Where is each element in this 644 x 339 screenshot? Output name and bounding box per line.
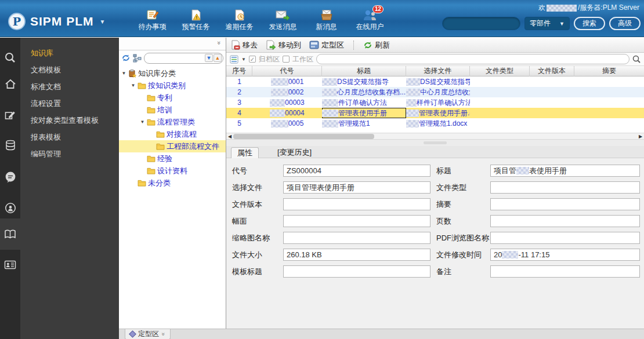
move-to-button[interactable]: 移动到 <box>266 40 301 50</box>
id-card-icon[interactable] <box>0 254 20 275</box>
cell-index[interactable]: 2 <box>226 88 252 96</box>
page-count-field[interactable] <box>490 215 640 227</box>
warning-tasks-button[interactable]: 预警任务 <box>174 9 218 32</box>
cell-title[interactable]: 管理规范1 <box>322 119 406 129</box>
list-view-icon[interactable] <box>230 55 238 64</box>
tree-node-uncategorized[interactable]: 未分类 <box>119 177 226 189</box>
sidebar-item-report-templates[interactable]: 报表模板 <box>20 129 119 145</box>
broadcast-user-icon[interactable] <box>0 198 20 218</box>
table-row[interactable]: 3 00003 件订单确认方法 样件订单确认方法.docx <box>226 97 644 108</box>
search-icon[interactable] <box>632 55 641 63</box>
sipm-search-icon[interactable] <box>0 47 20 68</box>
tree-node-design-data[interactable]: 设计资料 <box>119 165 226 177</box>
file-modified-time-field[interactable]: 20-11 17:15 <box>490 249 640 261</box>
fixed-area-panel-tab[interactable]: 定型区 » <box>125 329 171 339</box>
tree-search-input[interactable]: ▼ ▲ <box>144 53 223 64</box>
panel-splitter[interactable] <box>226 140 644 146</box>
cell-file[interactable]: 管理规范1.docx <box>406 119 470 129</box>
cell-title[interactable]: DS提交规范指导 <box>322 77 406 87</box>
tab-change-history[interactable]: [变更历史] <box>272 147 317 158</box>
tree-node-root[interactable]: ▼ 知识库分类 <box>119 67 226 79</box>
cell-file[interactable]: 管理表使用手册.docx <box>406 108 470 118</box>
search-button[interactable]: 搜索 <box>574 17 605 30</box>
list-view-caret-icon[interactable]: ▼ <box>241 57 246 62</box>
summary-field[interactable] <box>490 198 640 210</box>
caret-down-icon[interactable]: ▼ <box>140 119 145 125</box>
thumbnail-name-field[interactable] <box>283 232 430 244</box>
caret-down-icon[interactable]: ▼ <box>131 83 136 88</box>
expand-panel-icon[interactable]: » <box>160 333 167 336</box>
online-users-button[interactable]: 在线用户 12 <box>348 9 392 32</box>
global-search-input[interactable] <box>442 17 520 30</box>
pdf-preview-name-field[interactable] <box>490 232 640 244</box>
sidebar-item-standard-documents[interactable]: 标准文档 <box>20 78 119 95</box>
cell-file[interactable]: 中心月度总结收集存档... <box>406 88 470 97</box>
sidebar-item-code-management[interactable]: 编码管理 <box>20 145 119 162</box>
file-size-field[interactable]: 260.18 KB <box>283 249 430 261</box>
new-message-button[interactable]: 新消息 <box>305 9 348 32</box>
tree-node-engineering-process-files[interactable]: 工程部流程文件 <box>119 140 226 152</box>
select-file-field[interactable]: 项目管理表使用手册 <box>283 181 430 194</box>
chat-icon[interactable] <box>0 166 20 187</box>
cell-title[interactable]: 心月度总结收集存档... <box>322 88 406 97</box>
col-header-fileversion[interactable]: 文件版本 <box>530 66 574 76</box>
caret-down-icon[interactable]: ▼ <box>121 71 126 76</box>
cell-code[interactable]: 0002 <box>252 88 322 96</box>
sidebar-item-process-settings[interactable]: 流程设置 <box>20 95 119 112</box>
overdue-tasks-button[interactable]: 逾期任务 <box>218 9 261 32</box>
col-header-file[interactable]: 选择文件 <box>406 66 470 76</box>
col-header-summary[interactable]: 摘要 <box>574 66 644 76</box>
archive-area-checkbox[interactable]: ✓ <box>249 56 256 63</box>
search-prev-icon[interactable]: ▲ <box>214 54 222 62</box>
archive-area-label[interactable]: 归档区 <box>259 54 280 64</box>
scroll-left-icon[interactable]: ◀ <box>226 133 233 140</box>
cell-code[interactable]: 00003 <box>252 99 322 107</box>
cell-index[interactable]: 3 <box>226 99 252 107</box>
scrollbar-thumb[interactable] <box>233 134 374 139</box>
tree-node-experience[interactable]: 经验 <box>119 152 226 165</box>
file-type-field[interactable] <box>490 181 640 194</box>
search-next-icon[interactable]: ▼ <box>205 54 213 62</box>
horizontal-scrollbar[interactable]: ◀ ▶ <box>226 133 644 140</box>
search-category-select[interactable]: 零部件 ▼ <box>524 17 570 30</box>
scroll-right-icon[interactable]: ▶ <box>637 133 644 140</box>
col-header-filetype[interactable]: 文件类型 <box>470 66 530 76</box>
cell-title[interactable]: 件订单确认方法 <box>322 98 406 108</box>
remarks-field[interactable] <box>490 265 640 278</box>
col-header-title[interactable]: 标题 <box>322 66 406 76</box>
table-row[interactable]: 1 0001 DS提交规范指导 DS提交规范指导.docx <box>226 76 644 87</box>
tree-structure-icon[interactable] <box>133 54 142 63</box>
title-field[interactable]: 项目管表使用手册 <box>490 165 640 177</box>
refresh-tree-icon[interactable] <box>121 53 131 63</box>
filter-search-input[interactable] <box>316 54 629 64</box>
home-icon[interactable] <box>0 74 20 94</box>
splitter-grip[interactable] <box>424 141 447 144</box>
cell-index[interactable]: 4 <box>226 109 252 117</box>
col-header-code[interactable]: 代号 <box>252 66 322 76</box>
tree-node-by-category[interactable]: ▼ 按知识类别 <box>119 79 226 92</box>
refresh-button[interactable]: 刷新 <box>363 40 390 50</box>
cell-index[interactable]: 1 <box>226 78 252 86</box>
code-field[interactable]: ZS000004 <box>283 165 430 177</box>
knowledge-book-icon[interactable] <box>0 224 20 245</box>
table-row[interactable]: 5 0005 管理规范1 管理规范1.docx <box>226 118 644 129</box>
sheet-size-field[interactable] <box>283 215 430 227</box>
cell-file[interactable]: DS提交规范指导.docx <box>406 77 470 87</box>
table-row-selected[interactable]: 4 00004 管理表使用手册 管理表使用手册.docx <box>226 108 644 118</box>
tree-node-process-management[interactable]: ▼ 流程管理类 <box>119 116 226 128</box>
cell-code[interactable]: 0001 <box>252 78 322 86</box>
tree-node-patent[interactable]: 专利 <box>119 92 226 104</box>
cell-file[interactable]: 样件订单确认方法.docx <box>406 98 470 108</box>
edit-icon[interactable] <box>0 105 20 126</box>
remove-button[interactable]: 移去 <box>231 40 258 50</box>
app-logo[interactable]: P SIPM PLM ▼ <box>8 13 105 30</box>
sidebar-item-view-templates-by-type[interactable]: 按对象类型查看模板 <box>20 112 119 129</box>
sidebar-item-document-templates[interactable]: 文档模板 <box>20 61 119 78</box>
fixed-area-button[interactable]: 定型区 <box>309 40 344 50</box>
tab-properties[interactable]: 属性 <box>231 147 259 158</box>
advanced-search-button[interactable]: 高级 <box>609 17 641 30</box>
workspace-checkbox[interactable] <box>283 56 290 63</box>
cell-index[interactable]: 5 <box>226 119 252 127</box>
cell-title-focused[interactable]: 管理表使用手册 <box>322 108 406 118</box>
template-title-field[interactable] <box>283 265 430 278</box>
